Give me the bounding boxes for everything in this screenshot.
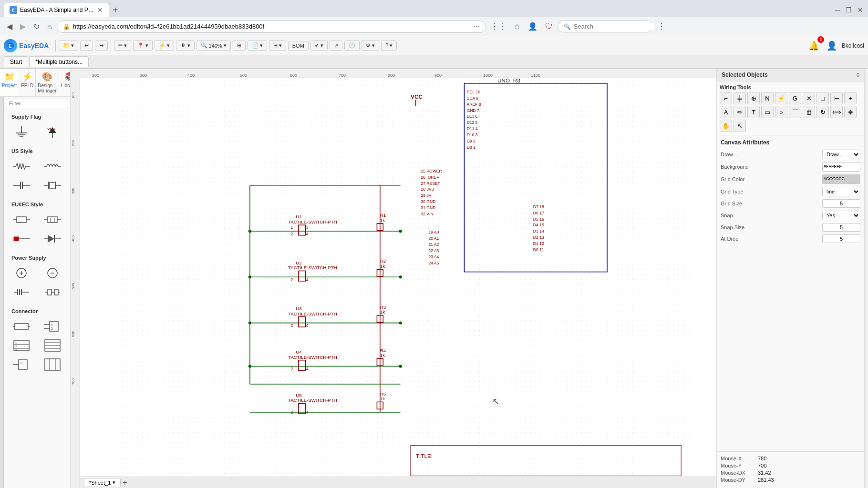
comp-capacitor-us[interactable] (11, 177, 32, 194)
delete-btn[interactable]: 🗑 (803, 106, 815, 118)
comp-conn5[interactable]: 1 (11, 356, 32, 373)
comp-pwr3[interactable] (11, 284, 32, 301)
component-btn[interactable]: □ (816, 92, 829, 104)
snap-select[interactable]: Yes (822, 211, 860, 220)
forward-btn[interactable]: ▶ (17, 20, 29, 33)
comp-pwr2[interactable] (42, 264, 63, 282)
sheet-tab-1-dropdown[interactable]: ▾ (113, 479, 115, 486)
redo-btn[interactable]: ↪ (95, 41, 108, 51)
draw-attr-select[interactable]: Draw... (822, 150, 860, 159)
grid-type-select[interactable]: line (822, 187, 860, 196)
search-bar[interactable]: 🔍 (558, 20, 653, 32)
share-btn[interactable]: ↗ (330, 41, 342, 51)
settings-btn[interactable]: ⚙ ▾ (362, 41, 379, 51)
global-net-btn[interactable]: G (789, 92, 801, 104)
profile-btn[interactable]: 👤 (525, 20, 540, 33)
comp-inductor-eu[interactable] (42, 211, 63, 228)
comp-pwr4[interactable] (42, 284, 63, 301)
net-label-btn[interactable]: N (761, 92, 774, 104)
home-btn[interactable]: ⌂ (44, 20, 55, 33)
address-more-icon[interactable]: ⋯ (473, 23, 480, 30)
comp-xtal-us[interactable] (42, 177, 63, 194)
add-sheet-btn[interactable]: + (123, 478, 127, 487)
menu-btn[interactable]: ⋮ (655, 20, 668, 33)
minimize-btn[interactable]: ─ (832, 4, 843, 16)
annotation-btn[interactable]: A (720, 106, 732, 118)
comp-conn6[interactable] (42, 356, 63, 373)
bg-color-picker[interactable]: #FFFFFF (822, 162, 860, 172)
user-avatar[interactable]: 👤 (824, 39, 840, 53)
junction-btn[interactable]: ⊕ (747, 92, 760, 104)
refresh-btn[interactable]: ↻ (31, 20, 42, 33)
grid-color-picker[interactable]: #CCCCCC (822, 174, 860, 184)
add-component-btn[interactable]: + (844, 92, 857, 104)
shield-btn[interactable]: 🛡 (542, 20, 556, 33)
rect-btn[interactable]: ▭ (761, 106, 774, 118)
cursor-btn[interactable]: ↖ (734, 120, 746, 132)
maximize-btn[interactable]: ❐ (843, 4, 855, 16)
file-btn[interactable]: 📁 ▾ (59, 41, 78, 51)
view-btn[interactable]: 👁 ▾ (176, 41, 194, 51)
text-btn[interactable]: T (747, 106, 760, 118)
tab-start[interactable]: Start (4, 56, 28, 67)
pencil-wir-btn[interactable]: ✏ (734, 106, 746, 118)
rotate-btn[interactable]: ↻ (816, 106, 829, 118)
fitview-btn[interactable]: ⊞ (233, 41, 246, 51)
layout-btn[interactable]: ⊟ ▾ (269, 41, 286, 51)
tab-editor[interactable]: *Multiple buttons... (29, 56, 89, 67)
close-btn[interactable]: ✕ (855, 4, 866, 16)
sidebar-tab-design[interactable]: 🎨 Design Manager (36, 69, 59, 96)
place-pin-btn[interactable]: ⊢ (830, 92, 843, 104)
move-btn[interactable]: ✥ (844, 106, 857, 118)
bookmark-btn[interactable]: ☆ (511, 20, 523, 33)
no-connect-btn[interactable]: ✕ (803, 92, 815, 104)
bom-btn[interactable]: BOM (288, 41, 309, 51)
sheet-tab-1[interactable]: *Sheet_1 ▾ (84, 478, 121, 487)
bus-btn[interactable]: ╪ (734, 92, 746, 104)
extensions-btn[interactable]: ⋮⋮ (488, 20, 509, 33)
comp-conn4[interactable] (42, 337, 63, 354)
help-btn[interactable]: ? ▾ (381, 41, 397, 51)
sidebar-tab-eeld[interactable]: ⚡ EELD (19, 69, 36, 96)
comp-conn1[interactable] (11, 318, 32, 335)
undo-btn[interactable]: ↩ (80, 41, 93, 51)
url-input[interactable] (73, 23, 470, 30)
zoom-btn[interactable]: 🔍 140% ▾ (196, 41, 231, 51)
comp-resistor-us[interactable] (11, 158, 32, 175)
route-btn[interactable]: ⚡ ▾ (155, 41, 174, 51)
address-bar[interactable]: 🔒 ⋯ (57, 20, 486, 33)
back-btn[interactable]: ◀ (4, 20, 15, 33)
sidebar-filter-input[interactable] (6, 99, 68, 108)
tab-close-btn[interactable]: ✕ (97, 6, 103, 14)
history-btn[interactable]: 🕐 (344, 41, 360, 51)
right-scrollbar[interactable] (864, 69, 868, 488)
active-tab[interactable]: E EasyEDA - A Simple and Pow... ✕ (4, 3, 109, 17)
layer-btn[interactable]: 📄 ▾ (248, 41, 267, 51)
design-rule-btn[interactable]: ✔ ▾ (310, 41, 328, 51)
sidebar-scroll[interactable] (0, 97, 4, 488)
mirror-btn[interactable]: ⟺ (830, 106, 843, 118)
comp-resistor-eu[interactable] (11, 211, 32, 228)
arc-btn[interactable]: ⌒ (789, 106, 801, 118)
new-tab-btn[interactable]: + (109, 5, 122, 15)
comp-conn3[interactable]: 1 2 3 (11, 337, 32, 354)
sidebar-tab-project[interactable]: 📁 Project (0, 69, 19, 96)
sidebar-tab-libraries[interactable]: 📚 Libraries (59, 69, 71, 96)
comp-vcc[interactable]: VCC (42, 123, 63, 141)
power-port-btn[interactable]: ⚡ (775, 92, 787, 104)
pencil-btn[interactable]: ✏ ▾ (114, 41, 131, 51)
comp-gnd[interactable] (11, 123, 32, 141)
search-input[interactable] (574, 23, 654, 30)
comp-diode-eu[interactable] (42, 230, 63, 247)
hand-btn[interactable]: ✋ (720, 120, 732, 132)
comp-battery-eu[interactable] (11, 230, 32, 247)
wire-btn[interactable]: ⌐ (720, 92, 732, 104)
canvas-area[interactable]: 200 300 400 500 600 700 800 900 1000 110… (71, 69, 716, 488)
power-supply-group: Power Supply (4, 251, 70, 305)
schematic-canvas[interactable]: VCC UNO_R3 SCL 10 SDA 9 AREF 8 GND 7 D13… (71, 69, 716, 477)
comp-battery[interactable] (11, 264, 32, 282)
circle-btn[interactable]: ○ (775, 106, 787, 118)
pin-btn[interactable]: 📍 ▾ (133, 41, 153, 51)
comp-inductor-us[interactable] (42, 158, 63, 175)
comp-conn2[interactable]: 1 2 (42, 318, 63, 335)
